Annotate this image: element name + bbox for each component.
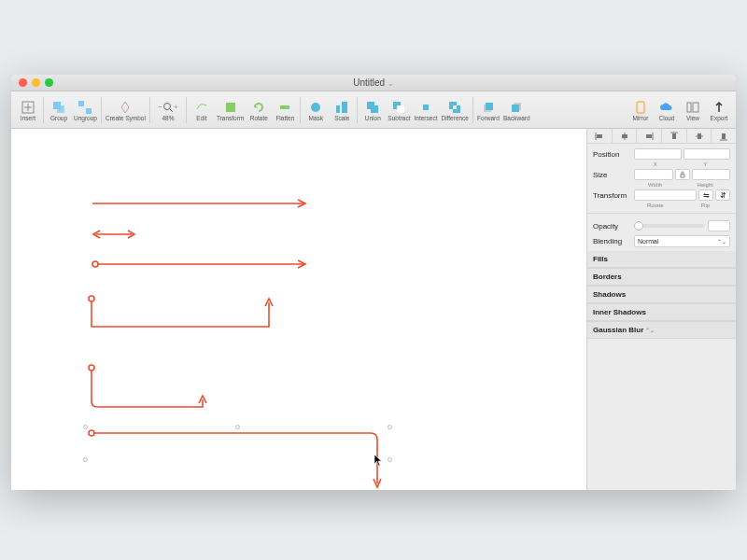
selection-handles[interactable] — [86, 427, 389, 490]
svg-rect-15 — [397, 105, 404, 113]
svg-rect-18 — [486, 103, 493, 110]
toolbar: Insert Group Ungroup Create Symbol −+48%… — [11, 91, 736, 129]
lock-aspect-button[interactable] — [675, 169, 690, 180]
width-field[interactable] — [634, 169, 673, 180]
position-label: Position — [593, 150, 630, 159]
mask-button[interactable]: Mask — [303, 93, 329, 127]
ungroup-button[interactable]: Ungroup — [72, 93, 99, 127]
svg-rect-13 — [342, 102, 347, 113]
size-label: Size — [593, 171, 630, 179]
svg-rect-37 — [646, 134, 652, 138]
canvas[interactable] — [11, 129, 586, 490]
inner-shadows-section[interactable]: Inner Shadows — [587, 303, 736, 321]
svg-line-8 — [170, 109, 173, 112]
cloud-button[interactable]: Cloud — [654, 93, 680, 127]
titlebar[interactable]: Untitled ⌄ — [11, 75, 736, 91]
arrow-shape-1[interactable] — [91, 199, 311, 208]
align-left-button[interactable] — [587, 129, 613, 143]
flatten-button[interactable]: Flatten — [272, 93, 298, 127]
difference-button[interactable]: Difference — [439, 93, 471, 127]
transform-label: Transform — [593, 191, 630, 200]
rotate-button[interactable]: Rotate — [246, 93, 272, 127]
svg-point-27 — [92, 261, 98, 267]
forward-button[interactable]: Forward — [475, 93, 501, 127]
align-top-button[interactable] — [662, 129, 687, 143]
svg-point-7 — [163, 103, 170, 109]
svg-point-29 — [89, 296, 94, 301]
svg-point-11 — [311, 103, 320, 112]
height-field[interactable] — [692, 169, 731, 180]
blending-select[interactable]: Normal⌃⌄ — [634, 235, 730, 247]
opacity-field[interactable] — [708, 220, 730, 231]
svg-rect-9 — [226, 103, 235, 112]
svg-rect-39 — [672, 133, 676, 139]
svg-point-30 — [89, 365, 94, 371]
align-toolbar — [587, 129, 736, 144]
transform-button[interactable]: Transform — [215, 93, 246, 127]
subtract-button[interactable]: Subtract — [386, 93, 412, 127]
window-title: Untitled ⌄ — [11, 77, 736, 88]
cursor-icon — [374, 454, 383, 467]
svg-rect-5 — [78, 101, 84, 106]
svg-rect-22 — [687, 103, 691, 112]
align-bottom-button[interactable] — [712, 129, 736, 143]
mirror-button[interactable]: Mirror — [627, 93, 654, 127]
svg-rect-35 — [622, 134, 627, 138]
edit-button[interactable]: Edit — [189, 93, 215, 127]
scale-button[interactable]: Scale — [329, 93, 355, 127]
shadows-section[interactable]: Shadows — [587, 286, 736, 303]
flip-v-button[interactable]: ⇵ — [715, 189, 730, 201]
content-area: Position XY Size WidthHeight Transform⇋⇵… — [11, 129, 736, 490]
svg-rect-41 — [698, 133, 701, 139]
align-center-h-button[interactable] — [613, 129, 638, 143]
inspector-panel: Position XY Size WidthHeight Transform⇋⇵… — [586, 129, 736, 490]
blending-label: Blending — [593, 237, 630, 245]
svg-rect-4 — [57, 105, 64, 113]
svg-rect-20 — [512, 105, 519, 112]
view-button[interactable]: View — [680, 93, 706, 127]
rotate-field[interactable] — [634, 189, 697, 201]
svg-rect-10 — [280, 105, 289, 109]
insert-button[interactable]: Insert — [15, 93, 41, 127]
group-button[interactable]: Group — [46, 93, 72, 127]
svg-rect-43 — [722, 133, 726, 139]
position-x-field[interactable] — [634, 148, 682, 160]
chevron-down-icon[interactable]: ⌄ — [388, 79, 394, 88]
arrow-shape-3[interactable] — [91, 259, 311, 269]
svg-rect-44 — [681, 175, 684, 177]
align-center-v-button[interactable] — [687, 129, 712, 143]
svg-rect-21 — [637, 102, 644, 113]
fills-section[interactable]: Fills — [587, 251, 736, 268]
svg-rect-16 — [423, 105, 429, 110]
svg-rect-12 — [336, 105, 340, 113]
svg-rect-33 — [597, 134, 602, 138]
intersect-button[interactable]: Intersect — [413, 93, 440, 127]
align-right-button[interactable] — [637, 129, 662, 143]
arrow-shape-5[interactable] — [86, 362, 212, 411]
zoom-control[interactable]: −+48% — [152, 93, 184, 127]
create-symbol-button[interactable]: Create Symbol — [104, 93, 148, 127]
export-button[interactable]: Export — [706, 93, 732, 127]
app-window: Untitled ⌄ Insert Group Ungroup Create S… — [11, 75, 736, 490]
arrow-shape-4[interactable] — [86, 293, 277, 332]
arrow-shape-2[interactable] — [91, 230, 137, 239]
opacity-slider[interactable] — [634, 224, 704, 228]
gaussian-blur-section[interactable]: Gaussian Blur ⌃⌄ — [587, 321, 736, 339]
borders-section[interactable]: Borders — [587, 268, 736, 286]
opacity-label: Opacity — [593, 222, 630, 231]
backward-button[interactable]: Backward — [501, 93, 532, 127]
svg-rect-23 — [693, 103, 698, 112]
union-button[interactable]: Union — [359, 93, 386, 127]
svg-rect-6 — [86, 108, 92, 114]
position-y-field[interactable] — [684, 148, 731, 160]
flip-h-button[interactable]: ⇋ — [698, 189, 713, 201]
